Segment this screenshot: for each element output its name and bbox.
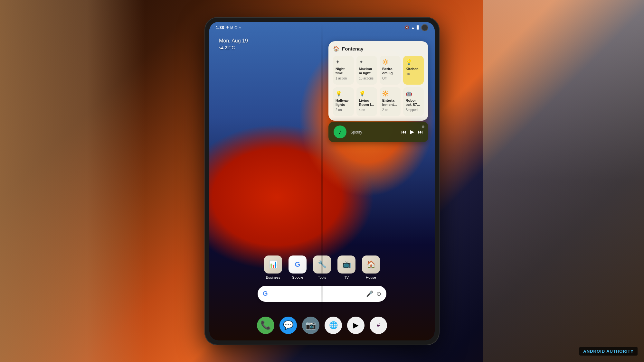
bedroom-status: Off xyxy=(382,77,398,80)
smart-home-widget[interactable]: 🏠 Fontenay ✦ Night time ... 1 action ✦ M… xyxy=(328,41,428,121)
dock-slack[interactable]: # xyxy=(370,317,387,334)
dock-phone[interactable]: 📞 xyxy=(257,317,274,334)
dock-chrome[interactable]: 🌐 xyxy=(325,317,342,334)
widget-title: Fontenay xyxy=(342,46,364,51)
weather-display: 🌤 22°C xyxy=(219,45,248,50)
tv-label: TV xyxy=(344,275,349,279)
tile-entertainment[interactable]: 🔆 Enterta inment... 2 on xyxy=(380,87,401,116)
g-icon: G xyxy=(234,26,237,30)
max-light-status: 10 actions xyxy=(359,77,375,80)
house-emoji: 🏠 xyxy=(367,260,375,269)
max-light-name: Maximu m light... xyxy=(359,67,375,75)
phone-screen: 1:38 ❄ M G △ 🔇 ▲ ▊ Mon, Aug 19 xyxy=(209,22,435,340)
kitchen-icon: 💡 xyxy=(406,59,421,65)
spotify-logo: ♪ xyxy=(334,125,346,138)
status-right: 🔇 ▲ ▊ xyxy=(405,24,428,31)
kitchen-status: On xyxy=(406,72,421,76)
tv-icon: 📺 xyxy=(337,255,355,274)
night-time-name: Night time ... xyxy=(336,67,351,75)
house-label: House xyxy=(366,275,376,279)
spotify-label: Spotify xyxy=(350,130,362,135)
date-weather-widget: Mon, Aug 19 🌤 22°C xyxy=(219,38,248,50)
night-time-icon: ✦ xyxy=(336,59,351,65)
max-light-icon: ✦ xyxy=(359,59,375,65)
chrome-icon: 🌐 xyxy=(329,321,338,330)
entertainment-name: Enterta inment... xyxy=(382,98,398,107)
watermark: ANDROID AUTHORITY xyxy=(579,347,638,356)
mail-icon: M xyxy=(230,26,233,30)
location-icon: △ xyxy=(239,25,241,30)
wifi-icon: ▲ xyxy=(411,26,415,30)
dock-camera[interactable]: 📷 xyxy=(302,317,319,334)
dock-play-store[interactable]: ▶ xyxy=(347,317,365,334)
hallway-icon: 💡 xyxy=(336,90,351,97)
night-time-status: 1 action xyxy=(336,77,351,80)
bedroom-name: Bedro om lig... xyxy=(382,67,398,75)
background-right xyxy=(483,0,644,362)
camera-icon: 📷 xyxy=(306,320,316,330)
search-right-icons: 🎤 ⊙ xyxy=(366,290,381,297)
tile-max-light[interactable]: ✦ Maximu m light... 10 actions xyxy=(356,56,377,85)
business-label: Business xyxy=(266,275,280,279)
spotify-icon: ♪ xyxy=(338,128,342,135)
business-icon: 📊 xyxy=(264,255,282,274)
weather-icon: 🌤 xyxy=(219,45,223,50)
fold-crease xyxy=(322,22,323,340)
dock-messages[interactable]: 💬 xyxy=(279,317,297,334)
tile-kitchen[interactable]: 💡 Kitchen On xyxy=(403,56,424,85)
battery-icon: ▊ xyxy=(417,25,419,30)
app-tv[interactable]: 📺 TV xyxy=(337,255,355,279)
spotify-controls[interactable]: ⏮ ▶ ⏭ xyxy=(401,129,423,135)
roborock-icon: 🤖 xyxy=(406,90,421,97)
roborock-status: Stopped xyxy=(406,108,421,112)
phone-icon: 📞 xyxy=(260,320,271,330)
widget-header: 🏠 Fontenay xyxy=(333,46,424,52)
hallway-name: Hallway lights xyxy=(336,98,351,107)
phone-body: 1:38 ❄ M G △ 🔇 ▲ ▊ Mon, Aug 19 xyxy=(204,17,440,345)
spotify-next-button[interactable]: ⏭ xyxy=(418,129,423,135)
watermark-brand: ANDROID xyxy=(583,349,606,354)
tile-living-room[interactable]: 💡 Living Room l... 4 on xyxy=(356,87,377,116)
tile-night-time[interactable]: ✦ Night time ... 1 action xyxy=(333,56,354,85)
status-time: 1:38 xyxy=(216,25,224,30)
spotify-info: Spotify xyxy=(350,129,397,135)
living-room-status: 4 on xyxy=(359,108,375,112)
app-google[interactable]: G Google xyxy=(289,255,307,279)
tile-bedroom[interactable]: 🔆 Bedro om lig... Off xyxy=(380,56,401,85)
temperature: 22°C xyxy=(225,45,235,50)
tv-emoji: 📺 xyxy=(342,260,351,269)
house-app-icon: 🏠 xyxy=(362,255,380,274)
entertainment-icon: 🔆 xyxy=(382,90,398,97)
google-g-logo: G xyxy=(263,290,268,297)
snowflake-icon: ❄ xyxy=(226,25,229,30)
date-display: Mon, Aug 19 xyxy=(219,38,248,44)
status-icons: ❄ M G △ xyxy=(226,25,241,30)
phone-device: 1:38 ❄ M G △ 🔇 ▲ ▊ Mon, Aug 19 xyxy=(204,17,440,345)
slack-icon: # xyxy=(377,322,380,329)
spotify-play-button[interactable]: ▶ xyxy=(410,129,414,135)
app-house[interactable]: 🏠 House xyxy=(362,255,380,279)
hallway-status: 2 on xyxy=(336,108,351,112)
google-icon: G xyxy=(289,255,307,274)
home-icon: 🏠 xyxy=(333,46,339,52)
status-left: 1:38 ❄ M G △ xyxy=(216,25,241,30)
watermark-suffix: AUTHORITY xyxy=(606,349,634,354)
lens-icon[interactable]: ⊙ xyxy=(376,290,381,297)
app-business[interactable]: 📊 Business xyxy=(264,255,282,279)
tile-hallway[interactable]: 💡 Hallway lights 2 on xyxy=(333,87,354,116)
microphone-icon[interactable]: 🎤 xyxy=(366,290,373,297)
living-room-name: Living Room l... xyxy=(359,98,375,107)
background-left xyxy=(0,0,145,362)
mute-icon: 🔇 xyxy=(405,25,409,30)
roborock-name: Robor ock S7... xyxy=(406,98,421,107)
kitchen-name: Kitchen xyxy=(406,67,421,71)
entertainment-status: 2 on xyxy=(382,108,398,112)
spotify-prev-button[interactable]: ⏮ xyxy=(401,129,406,135)
spotify-dot xyxy=(422,125,424,128)
business-emoji: 📊 xyxy=(269,260,278,269)
spotify-widget[interactable]: ♪ Spotify ⏮ ▶ ⏭ xyxy=(328,122,428,142)
living-room-icon: 💡 xyxy=(359,90,375,97)
tile-roborock[interactable]: 🤖 Robor ock S7... Stopped xyxy=(403,87,424,116)
widget-grid: ✦ Night time ... 1 action ✦ Maximu m lig… xyxy=(333,56,424,116)
messages-icon: 💬 xyxy=(283,320,293,330)
